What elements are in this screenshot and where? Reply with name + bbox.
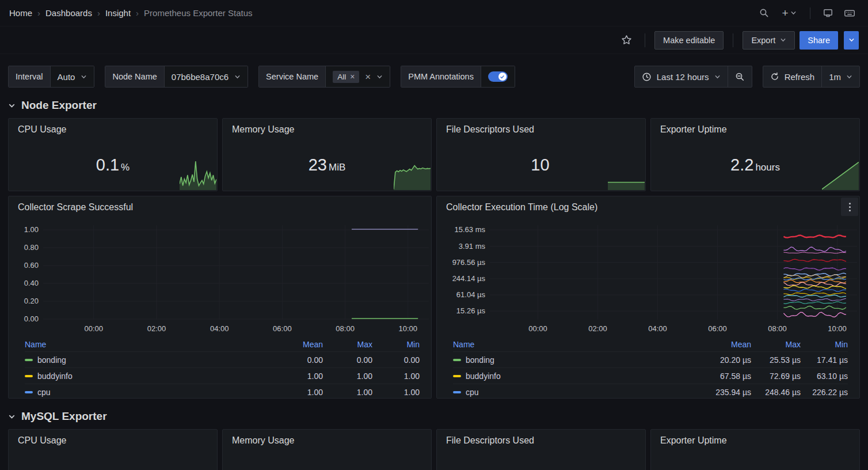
legend-series-name[interactable]: cpu [466, 388, 479, 397]
chevron-down-icon [8, 413, 16, 420]
legend-series-name[interactable]: buddyinfo [37, 372, 73, 381]
node-name-control: Node Name 07b6be8a70c6 [105, 66, 248, 88]
make-editable-button[interactable]: Make editable [654, 31, 724, 50]
series-line [783, 235, 846, 237]
export-button[interactable]: Export [743, 31, 795, 50]
interval-control: Interval Auto [8, 66, 94, 88]
series-line [783, 268, 846, 270]
series-line [783, 293, 846, 295]
series-line [783, 312, 846, 317]
breadcrumb-separator-icon: › [97, 8, 100, 18]
share-button[interactable]: Share [800, 31, 838, 50]
series-color-swatch [453, 391, 461, 393]
legend-header-mean[interactable]: Mean [696, 340, 751, 349]
legend-header-max[interactable]: Max [323, 340, 372, 349]
breadcrumb-separator-icon: › [136, 8, 139, 18]
pmm-annotations-toggle[interactable] [488, 71, 508, 82]
section-mysql-exporter[interactable]: MySQL Exporter [8, 410, 860, 423]
refresh-button[interactable]: Refresh [763, 66, 822, 87]
legend-max-value: 25.53 µs [751, 355, 801, 365]
legend-series-name[interactable]: buddyinfo [466, 372, 501, 381]
legend-max-value: 72.69 µs [751, 372, 801, 381]
breadcrumb-insight[interactable]: Insight [105, 8, 131, 18]
series-color-swatch [453, 375, 461, 377]
new-button[interactable]: + [776, 4, 802, 22]
legend-header-min[interactable]: Min [801, 340, 848, 349]
legend-series-name[interactable]: cpu [37, 388, 51, 397]
y-axis-label: 0.60 [9, 261, 39, 270]
breadcrumb-home[interactable]: Home [9, 8, 32, 18]
legend-header: NameMeanMaxMin [25, 337, 420, 352]
legend-header-max[interactable]: Max [751, 340, 801, 349]
zoom-out-button[interactable] [728, 66, 752, 87]
panel-title[interactable]: CPU Usage [9, 430, 217, 446]
service-name-select[interactable]: All × × [325, 66, 390, 87]
legend-max-value: 1.00 [323, 388, 372, 397]
panel-title[interactable]: Memory Usage [223, 430, 431, 446]
breadcrumb-dashboards[interactable]: Dashboards [45, 8, 92, 18]
panel-title[interactable]: CPU Usage [9, 119, 217, 135]
x-axis-label: 08:00 [328, 324, 363, 333]
top-navigation: Home › Dashboards › Insight › Prometheus… [0, 0, 868, 26]
legend-header-name[interactable]: Name [453, 340, 696, 349]
interval-label: Interval [9, 66, 50, 87]
pmm-annotations-control: PMM Annotations [401, 66, 515, 88]
legend-name-cell: buddyinfo [453, 372, 696, 381]
legend-min-value: 1.00 [372, 388, 420, 397]
legend-row: buddyinfo67.58 µs72.69 µs63.10 µs [453, 368, 848, 384]
panel-title[interactable]: Exporter Uptime [651, 119, 859, 135]
legend-max-value: 0.00 [323, 355, 372, 365]
panel-title[interactable]: File Descriptors Used [437, 430, 645, 446]
legend-name-cell: cpu [453, 388, 696, 397]
legend-header-min[interactable]: Min [372, 340, 420, 349]
panel-mysql-cpu-usage: CPU Usage [8, 429, 218, 470]
zoom-out-icon [735, 72, 745, 82]
legend-header-name[interactable]: Name [25, 340, 268, 349]
divider [733, 33, 733, 47]
star-icon[interactable] [617, 31, 635, 50]
interval-select[interactable]: Auto [50, 66, 94, 87]
legend-mean-value: 0.00 [268, 355, 323, 365]
y-axis-label: 244.14 µs [437, 274, 485, 283]
panel-title[interactable]: Collector Execution Time (Log Scale) [437, 196, 859, 213]
legend-series-name[interactable]: bonding [37, 355, 66, 365]
legend-mean-value: 67.58 µs [696, 372, 751, 381]
legend-max-value: 1.00 [323, 372, 372, 381]
refresh-group: Refresh 1m [763, 66, 860, 88]
search-icon[interactable] [755, 4, 773, 22]
legend-header: NameMeanMaxMin [453, 337, 848, 352]
panel-title[interactable]: Memory Usage [223, 119, 431, 135]
legend-row: cpu1.001.001.00 [25, 384, 420, 399]
share-menu-button[interactable] [844, 31, 859, 50]
legend-mean-value: 1.00 [268, 388, 323, 397]
clear-icon[interactable]: × [365, 72, 371, 82]
time-range-button[interactable]: Last 12 hours [635, 66, 728, 87]
panel-menu-icon[interactable] [841, 198, 858, 216]
series-line [783, 295, 846, 297]
panel-title[interactable]: File Descriptors Used [437, 119, 645, 135]
legend-row: cpu235.94 µs248.46 µs226.22 µs [453, 384, 848, 399]
service-name-chip[interactable]: All × [333, 71, 359, 83]
x-axis-label: 10:00 [820, 324, 855, 333]
panel-file-descriptors: File Descriptors Used 10 [436, 118, 646, 191]
x-axis-label: 04:00 [641, 324, 675, 333]
series-line [783, 286, 846, 289]
legend-name-cell: bonding [25, 355, 268, 365]
monitor-icon[interactable] [818, 4, 837, 22]
panel-memory-usage: Memory Usage 23MiB [222, 118, 432, 191]
panel-collector-scrape-successful: Collector Scrape Successful 0.000.200.40… [8, 196, 432, 399]
node-name-select[interactable]: 07b6be8a70c6 [164, 66, 248, 87]
legend-series-name[interactable]: bonding [466, 355, 494, 365]
legend-header-mean[interactable]: Mean [268, 340, 323, 349]
chevron-down-icon [81, 74, 87, 80]
section-node-exporter[interactable]: Node Exporter [8, 99, 860, 112]
chip-close-icon[interactable]: × [350, 73, 355, 81]
refresh-interval-select[interactable]: 1m [822, 66, 859, 87]
clock-icon [642, 72, 652, 82]
legend-min-value: 0.00 [372, 355, 420, 365]
panel-title[interactable]: Exporter Uptime [651, 430, 859, 446]
panel-title[interactable]: Collector Scrape Successful [9, 196, 431, 213]
keyboard-icon[interactable] [840, 4, 859, 22]
stat-value: 0.1% [9, 156, 217, 175]
x-axis-label: 06:00 [265, 324, 299, 333]
